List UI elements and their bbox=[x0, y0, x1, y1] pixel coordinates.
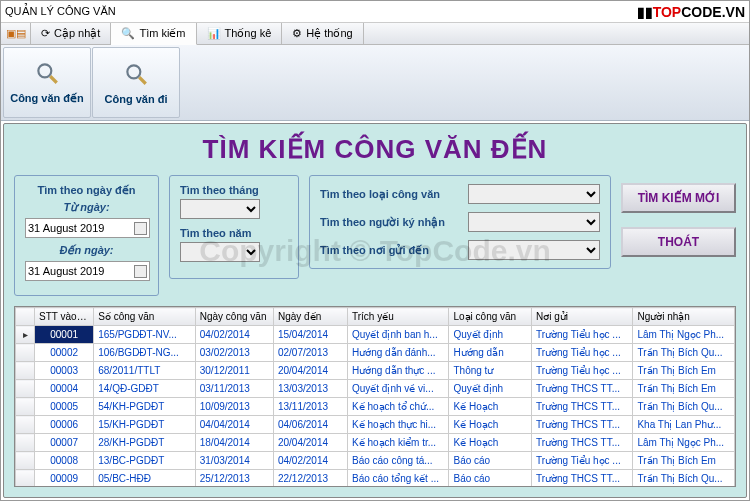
brand-icon: ▮▮ bbox=[637, 4, 653, 20]
table-row[interactable]: 0000813/BC-PGDĐT31/03/201404/02/2014Báo … bbox=[16, 452, 735, 470]
cell: 20/04/2014 bbox=[273, 434, 347, 452]
from-date-label: Từ ngày: bbox=[25, 201, 148, 214]
tool-outgoing-doc[interactable]: Công văn đi bbox=[92, 47, 180, 118]
cell: Kế hoạch tổ chứ... bbox=[347, 398, 449, 416]
magnifier-icon bbox=[34, 60, 60, 86]
cell: 04/02/2014 bbox=[273, 452, 347, 470]
cell: 68/2011/TTLT bbox=[94, 362, 196, 380]
cell: Lâm Thị Ngọc Ph... bbox=[633, 326, 735, 344]
cell: 165/PGDĐT-NV... bbox=[94, 326, 196, 344]
result-grid: STT vào sốSố công vănNgày công vănNgày đ… bbox=[14, 306, 736, 487]
sender-label: Tìm theo nơi gửi đến bbox=[320, 244, 460, 257]
table-row[interactable]: 0000414/QĐ-GDĐT03/11/201313/03/2013Quyết… bbox=[16, 380, 735, 398]
table-row[interactable]: ▸00001165/PGDĐT-NV...04/02/201415/04/201… bbox=[16, 326, 735, 344]
menu-tab-search[interactable]: 🔍Tìm kiếm bbox=[111, 23, 196, 45]
table-row[interactable]: 0000615/KH-PGDĐT04/04/201404/06/2014Kế h… bbox=[16, 416, 735, 434]
svg-line-3 bbox=[139, 77, 146, 84]
page-heading: TÌM KIẾM CÔNG VĂN ĐẾN bbox=[14, 134, 736, 165]
month-year-panel: Tìm theo tháng Tìm theo năm bbox=[169, 175, 299, 279]
column-header[interactable]: Trích yếu bbox=[347, 308, 449, 326]
menu-tab-system[interactable]: ⚙Hệ thống bbox=[282, 23, 363, 44]
menu-tab-stats[interactable]: 📊Thống kê bbox=[197, 23, 283, 44]
svg-point-2 bbox=[127, 65, 140, 78]
column-header[interactable]: Số công văn bbox=[94, 308, 196, 326]
column-header[interactable]: Nơi gửi bbox=[531, 308, 633, 326]
table-row[interactable]: 0000905/BC-HĐĐ25/12/201322/12/2013Báo cá… bbox=[16, 470, 735, 488]
sender-select[interactable] bbox=[468, 240, 600, 260]
cell: 05/BC-HĐĐ bbox=[94, 470, 196, 488]
calendar-icon[interactable] bbox=[134, 222, 147, 235]
column-header[interactable]: Ngày đến bbox=[273, 308, 347, 326]
cell: 14/QĐ-GDĐT bbox=[94, 380, 196, 398]
cell-stt: 00003 bbox=[35, 362, 94, 380]
tool-incoming-doc[interactable]: Công văn đến bbox=[3, 47, 91, 118]
search-new-button[interactable]: TÌM KIẾM MỚI bbox=[621, 183, 736, 213]
year-label: Tìm theo năm bbox=[180, 227, 288, 239]
signer-select[interactable] bbox=[468, 212, 600, 232]
column-header[interactable]: Ngày công văn bbox=[195, 308, 273, 326]
row-marker: ▸ bbox=[16, 326, 35, 344]
cell: Trần Thị Bích Em bbox=[633, 362, 735, 380]
to-date-label: Đến ngày: bbox=[25, 244, 148, 257]
cell: Báo cáo tổng kết ... bbox=[347, 470, 449, 488]
cell: 04/04/2014 bbox=[195, 416, 273, 434]
table-row[interactable]: 0000728/KH-PGDĐT18/04/201420/04/2014Kế h… bbox=[16, 434, 735, 452]
cell-stt: 00002 bbox=[35, 344, 94, 362]
cell: Kế hoạch kiểm tr... bbox=[347, 434, 449, 452]
cell: 31/03/2014 bbox=[195, 452, 273, 470]
cell: Kha Thị Lan Phư... bbox=[633, 416, 735, 434]
cell: Trường Tiểu học ... bbox=[531, 452, 633, 470]
cell: Hướng dẫn thực ... bbox=[347, 362, 449, 380]
search-filters: Tìm theo ngày đến Từ ngày: 31 August 201… bbox=[14, 175, 736, 296]
row-marker bbox=[16, 344, 35, 362]
cell: Thông tư bbox=[449, 362, 531, 380]
cell-stt: 00009 bbox=[35, 470, 94, 488]
cell: Trần Thị Bích Qu... bbox=[633, 470, 735, 488]
cell: 30/12/2011 bbox=[195, 362, 273, 380]
cell: Báo cáo bbox=[449, 452, 531, 470]
cell: 13/BC-PGDĐT bbox=[94, 452, 196, 470]
cell: Hướng dẫn bbox=[449, 344, 531, 362]
cell: Báo cáo công tá... bbox=[347, 452, 449, 470]
from-date-input[interactable]: 31 August 2019 bbox=[25, 218, 150, 238]
cell: 03/11/2013 bbox=[195, 380, 273, 398]
cell: Trường THCS TT... bbox=[531, 398, 633, 416]
table-row[interactable]: 0000368/2011/TTLT30/12/201120/04/2014Hướ… bbox=[16, 362, 735, 380]
cell: Trần Thị Bích Em bbox=[633, 452, 735, 470]
cell: 10/09/2013 bbox=[195, 398, 273, 416]
month-select[interactable] bbox=[180, 199, 260, 219]
cell: Hướng dẫn đánh... bbox=[347, 344, 449, 362]
column-header[interactable]: Loại công văn bbox=[449, 308, 531, 326]
date-filter-panel: Tìm theo ngày đến Từ ngày: 31 August 201… bbox=[14, 175, 159, 296]
cell: 15/KH-PGDĐT bbox=[94, 416, 196, 434]
menu-tab-glyph[interactable]: ▣▤ bbox=[1, 23, 31, 44]
cell: 54/KH-PGDĐT bbox=[94, 398, 196, 416]
exit-button[interactable]: THOÁT bbox=[621, 227, 736, 257]
doc-type-select[interactable] bbox=[468, 184, 600, 204]
year-select[interactable] bbox=[180, 242, 260, 262]
row-header-blank bbox=[16, 308, 35, 326]
cell: Kế hoạch thực hi... bbox=[347, 416, 449, 434]
to-date-input[interactable]: 31 August 2019 bbox=[25, 261, 150, 281]
criteria-panel: Tìm theo loại công văn Tìm theo người ký… bbox=[309, 175, 611, 269]
row-marker bbox=[16, 452, 35, 470]
cell: Trường THCS TT... bbox=[531, 434, 633, 452]
column-header[interactable]: STT vào số bbox=[35, 308, 94, 326]
doc-type-label: Tìm theo loại công văn bbox=[320, 188, 460, 201]
cell: 03/02/2013 bbox=[195, 344, 273, 362]
calendar-icon[interactable] bbox=[134, 265, 147, 278]
menu-tab-update[interactable]: ⟳Cập nhật bbox=[31, 23, 111, 44]
table-row[interactable]: 00002106/BGDĐT-NG...03/02/201302/07/2013… bbox=[16, 344, 735, 362]
search-icon: 🔍 bbox=[121, 27, 135, 40]
content-area: TÌM KIẾM CÔNG VĂN ĐẾN Tìm theo ngày đến … bbox=[3, 123, 747, 498]
cell: Quyết định bbox=[449, 380, 531, 398]
cell: Kế Hoạch bbox=[449, 434, 531, 452]
table-row[interactable]: 0000554/KH-PGDĐT10/09/201313/11/2013Kế h… bbox=[16, 398, 735, 416]
row-marker bbox=[16, 398, 35, 416]
title-bar: QUẢN LÝ CÔNG VĂN ▮▮TOPCODE.VN bbox=[1, 1, 749, 23]
cell: 25/12/2013 bbox=[195, 470, 273, 488]
column-header[interactable]: Người nhận bbox=[633, 308, 735, 326]
cell: Quyết định bbox=[449, 326, 531, 344]
cell: 04/02/2014 bbox=[195, 326, 273, 344]
refresh-icon: ⟳ bbox=[41, 27, 50, 40]
